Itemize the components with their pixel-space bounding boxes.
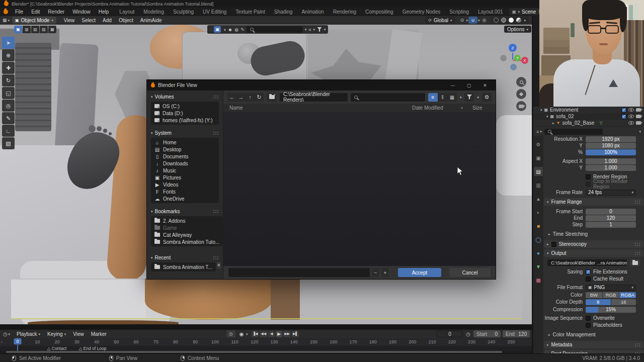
pivot-point-icon[interactable]: ◎ xyxy=(479,18,489,23)
shading-material-icon[interactable] xyxy=(509,18,514,23)
back-button[interactable]: ← xyxy=(227,94,236,100)
minimize-button[interactable]: — xyxy=(446,83,459,88)
system-pictures[interactable]: ▣Pictures xyxy=(151,174,219,181)
disable-render-icon[interactable] xyxy=(636,121,641,125)
crop-render-region-checkbox[interactable] xyxy=(586,182,591,187)
editor-type-button[interactable]: ◷▾ xyxy=(0,331,13,337)
camera-view-icon[interactable] xyxy=(516,101,526,111)
disable-render-icon[interactable] xyxy=(636,108,641,112)
tab-object[interactable]: ■ xyxy=(534,221,543,230)
tab-world[interactable]: ◐ xyxy=(534,208,543,217)
tool-rotate[interactable]: ↻ xyxy=(2,74,15,86)
volume-data-d[interactable]: Data (D:) xyxy=(151,110,219,117)
column-size[interactable]: Size xyxy=(472,105,490,111)
filter-brush-icon[interactable]: ✎ xyxy=(240,27,245,32)
vertical-list-icon[interactable]: ≡ xyxy=(428,93,438,102)
system-home[interactable]: ⌂Home xyxy=(151,139,219,146)
color-bw-button[interactable]: BW xyxy=(586,292,602,298)
tool-add-cube[interactable]: ▧ xyxy=(2,137,15,149)
system-fonts[interactable]: FFonts xyxy=(151,188,219,195)
path-field[interactable]: C:\Seabrook\Blender Renders\ xyxy=(280,93,348,102)
browse-folder-button[interactable] xyxy=(630,259,640,266)
playhead-clock-icon[interactable]: ◷ xyxy=(226,330,235,337)
system-music[interactable]: ♪Music xyxy=(151,167,219,174)
scene-selector[interactable]: ▦▾ Scene xyxy=(509,8,539,15)
close-button[interactable]: ✕ xyxy=(478,83,492,88)
refresh-button[interactable]: ↻ xyxy=(255,94,264,101)
editor-type-button[interactable]: ≡▾ xyxy=(536,129,542,134)
collection-checkbox[interactable] xyxy=(621,114,626,119)
menu-marker[interactable]: Marker xyxy=(88,331,110,337)
forward-button[interactable]: → xyxy=(236,94,246,100)
snap-magnet-icon[interactable]: ∪ xyxy=(468,17,477,24)
bookmarks-section-header[interactable]: ▾ Bookmarks xyxy=(147,207,223,216)
tab-modeling[interactable]: Modeling xyxy=(139,8,169,16)
tool-scale[interactable]: ◱ xyxy=(2,87,15,99)
select-extend-icon[interactable]: ▥ xyxy=(23,26,31,33)
time-stretching-subpanel[interactable]: ▸Time Stretching xyxy=(548,231,588,237)
filter-armature-icon[interactable]: ☻ xyxy=(228,27,232,32)
timeline-marker[interactable]: △ Contact xyxy=(47,346,66,351)
menu-help[interactable]: Help xyxy=(95,9,113,15)
tab-rendering[interactable]: Rendering xyxy=(329,8,361,16)
frame-rate-dropdown[interactable]: 24 fps▾ xyxy=(586,190,636,196)
timeline-ruler[interactable]: › 01020304050607080901001101201301401501… xyxy=(0,338,532,346)
volume-homes-y[interactable]: homes (\\alfred-fs) (Y:) xyxy=(151,117,219,124)
system-desktop[interactable]: ▤Desktop xyxy=(151,146,219,153)
maximize-button[interactable]: ▢ xyxy=(462,83,475,88)
transform-orientation-dropdown[interactable]: ⟳ Global ▾ xyxy=(425,17,455,24)
select-invert-icon[interactable]: ▨ xyxy=(40,26,48,33)
color-rgb-button[interactable]: RGB xyxy=(603,292,619,298)
color-management-subpanel[interactable]: ▸Color Management xyxy=(548,332,596,337)
current-frame-field[interactable]: 0 xyxy=(437,330,463,337)
outliner-row-sofa02-base[interactable]: ▸ ▼ sofa_02_Base ▽ xyxy=(533,120,644,126)
bookmark-addons[interactable]: 2. Addons xyxy=(151,217,223,224)
options-dropdown[interactable]: Options▾ xyxy=(504,26,531,33)
menu-add[interactable]: Add xyxy=(99,18,115,23)
filter-search-input[interactable] xyxy=(247,26,303,33)
gizmo-axis-neg[interactable] xyxy=(500,55,507,61)
menu-playback[interactable]: Playback▾ xyxy=(13,331,44,337)
shading-rendered-icon[interactable] xyxy=(516,18,521,23)
tab-output[interactable]: ▤ xyxy=(534,167,543,176)
tab-uv-editing[interactable]: UV Editing xyxy=(198,8,231,16)
filter-material-icon[interactable]: ◑ xyxy=(223,27,225,32)
gizmo-y-axis[interactable]: Y xyxy=(514,55,521,61)
menu-animaide[interactable]: AnimAide xyxy=(137,18,166,23)
timeline-marker[interactable]: △ End of Loop xyxy=(79,346,107,351)
editor-type-button[interactable]: ▦▾ xyxy=(0,18,12,23)
accept-button[interactable]: Accept xyxy=(398,268,441,277)
tab-animation[interactable]: Animation xyxy=(297,8,328,16)
bookmark-sombra-tutorial[interactable]: Sombra Animation Tuto... xyxy=(151,238,223,245)
file-search-input[interactable] xyxy=(351,93,425,102)
file-name-input[interactable] xyxy=(228,268,370,277)
tab-layout-001[interactable]: Layout.001 xyxy=(473,8,508,16)
render-region-checkbox[interactable] xyxy=(586,174,591,179)
create-directory-button[interactable]: + xyxy=(267,93,277,102)
pan-view-icon[interactable]: ✥ xyxy=(516,89,526,99)
column-name[interactable]: Name xyxy=(229,105,243,111)
collection-checkbox[interactable] xyxy=(621,108,626,113)
tool-select-box[interactable]: ➤ xyxy=(2,37,15,49)
tab-texture-paint[interactable]: Texture Paint xyxy=(231,8,269,16)
hide-viewport-icon[interactable] xyxy=(628,108,634,112)
tab-texture[interactable]: ▩ xyxy=(534,276,543,285)
system-documents[interactable]: ▯Documents xyxy=(151,153,219,160)
prev-frame-button[interactable]: ◀ xyxy=(268,331,275,337)
tab-physics[interactable]: ● xyxy=(534,248,543,257)
output-path-field[interactable]: C:\Seabrook\Blender ...ra Animation Tuto… xyxy=(547,259,627,266)
tab-constraints[interactable]: ◯ xyxy=(534,235,543,244)
frame-step-field[interactable]: 1 xyxy=(586,222,636,228)
menu-keying[interactable]: Keying▾ xyxy=(44,331,69,337)
jump-to-end-button[interactable]: ▶▌ xyxy=(292,331,299,337)
timeline-markers[interactable]: △ Contact△ End of Loop xyxy=(0,346,532,351)
filter-world-icon[interactable]: ◍ xyxy=(234,27,238,32)
filter-scene-icon[interactable]: ◌ xyxy=(209,27,212,32)
menu-select[interactable]: Select xyxy=(78,18,99,23)
disable-render-icon[interactable] xyxy=(636,115,641,118)
recent-section-header[interactable]: ▾ Recent xyxy=(147,253,223,262)
output-panel-header[interactable]: ▾Output xyxy=(544,249,643,257)
filter-toggle-button[interactable] xyxy=(464,93,474,102)
bookmark-game[interactable]: Game xyxy=(151,224,223,231)
up-button[interactable]: ↑ xyxy=(246,94,255,100)
